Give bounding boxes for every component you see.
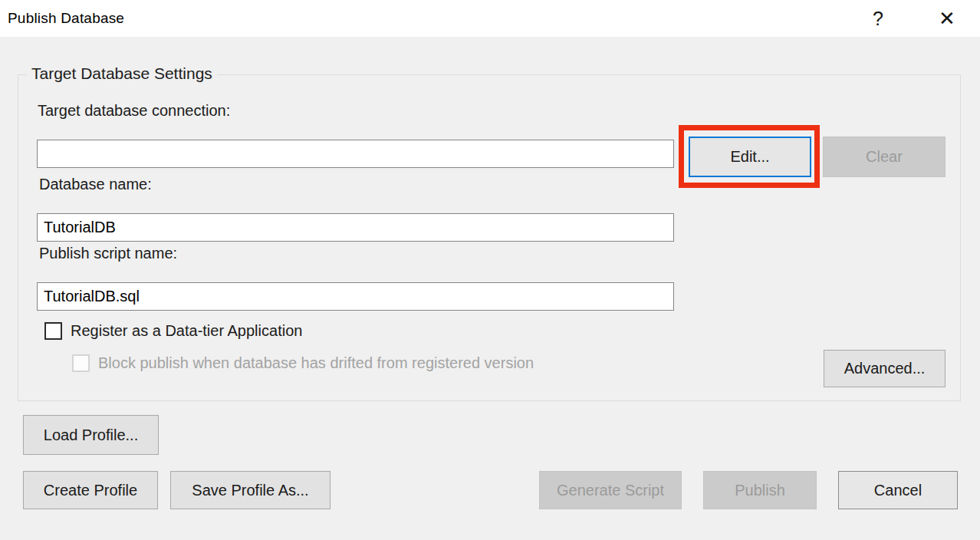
publish-script-name-label: Publish script name: xyxy=(39,245,177,262)
publish-button-label: Publish xyxy=(735,482,785,499)
block-publish-label: Block publish when database has drifted … xyxy=(98,354,534,372)
register-dac-checkbox[interactable] xyxy=(44,322,62,340)
load-profile-button-label: Load Profile... xyxy=(44,426,138,444)
groupbox-legend: Target Database Settings xyxy=(27,64,217,83)
publish-database-dialog: Publish Database ? ✕ Target Database Set… xyxy=(0,0,980,540)
close-icon[interactable]: ✕ xyxy=(923,0,971,37)
clear-button: Clear xyxy=(823,137,945,177)
help-icon[interactable]: ? xyxy=(854,0,902,37)
register-dac-checkbox-row: Register as a Data-tier Application xyxy=(44,322,302,340)
cancel-button-label: Cancel xyxy=(874,482,922,499)
target-database-settings-group: Target Database Settings Target database… xyxy=(18,74,961,401)
database-name-label: Database name: xyxy=(39,176,152,193)
generate-script-button-label: Generate Script xyxy=(557,482,664,499)
titlebar: Publish Database ? ✕ xyxy=(0,0,980,37)
register-dac-label: Register as a Data-tier Application xyxy=(71,322,302,340)
block-publish-checkbox xyxy=(72,354,90,372)
load-profile-button[interactable]: Load Profile... xyxy=(23,415,159,455)
advanced-button-label: Advanced... xyxy=(844,360,926,377)
cancel-button[interactable]: Cancel xyxy=(838,471,958,509)
generate-script-button: Generate Script xyxy=(539,471,682,509)
save-profile-as-button-label: Save Profile As... xyxy=(192,482,308,499)
create-profile-button-label: Create Profile xyxy=(44,482,137,499)
database-name-input[interactable] xyxy=(37,213,674,242)
target-connection-input[interactable] xyxy=(37,140,674,168)
block-publish-checkbox-row: Block publish when database has drifted … xyxy=(72,354,534,372)
edit-button-label: Edit... xyxy=(730,148,769,166)
dialog-title: Publish Database xyxy=(8,10,124,27)
target-connection-label: Target database connection: xyxy=(38,102,230,120)
publish-button: Publish xyxy=(703,471,817,509)
clear-button-label: Clear xyxy=(866,148,903,166)
create-profile-button[interactable]: Create Profile xyxy=(23,471,158,509)
save-profile-as-button[interactable]: Save Profile As... xyxy=(170,471,331,509)
edit-button[interactable]: Edit... xyxy=(689,137,811,177)
dialog-body: Target Database Settings Target database… xyxy=(0,37,980,540)
advanced-button[interactable]: Advanced... xyxy=(824,350,945,387)
publish-script-name-input[interactable] xyxy=(37,282,674,311)
